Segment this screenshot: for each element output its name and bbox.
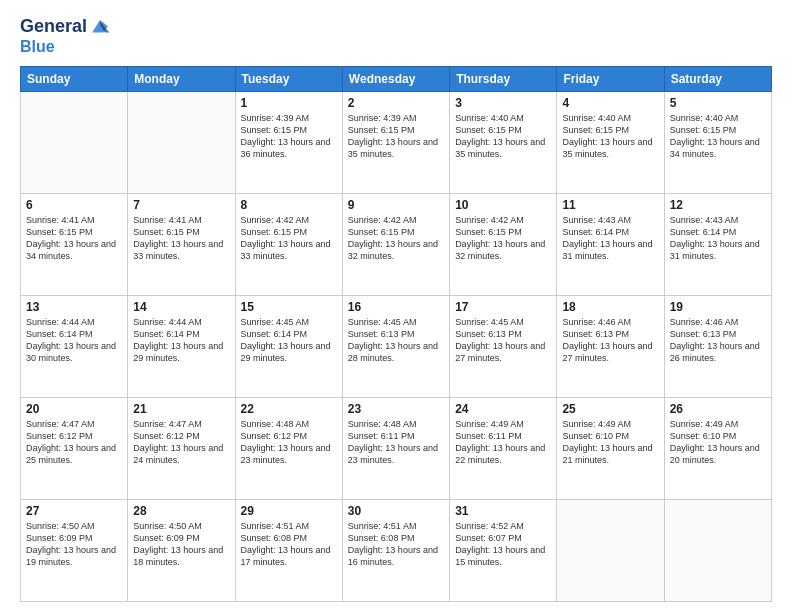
day-info: Sunrise: 4:46 AM Sunset: 6:13 PM Dayligh… xyxy=(670,316,766,365)
day-info: Sunrise: 4:41 AM Sunset: 6:15 PM Dayligh… xyxy=(133,214,229,263)
calendar-cell: 23Sunrise: 4:48 AM Sunset: 6:11 PM Dayli… xyxy=(342,397,449,499)
day-info: Sunrise: 4:48 AM Sunset: 6:12 PM Dayligh… xyxy=(241,418,337,467)
day-number: 24 xyxy=(455,402,551,416)
day-info: Sunrise: 4:46 AM Sunset: 6:13 PM Dayligh… xyxy=(562,316,658,365)
calendar-cell: 12Sunrise: 4:43 AM Sunset: 6:14 PM Dayli… xyxy=(664,193,771,295)
day-number: 25 xyxy=(562,402,658,416)
day-number: 29 xyxy=(241,504,337,518)
calendar-cell: 19Sunrise: 4:46 AM Sunset: 6:13 PM Dayli… xyxy=(664,295,771,397)
day-number: 20 xyxy=(26,402,122,416)
day-info: Sunrise: 4:50 AM Sunset: 6:09 PM Dayligh… xyxy=(26,520,122,569)
calendar-cell: 24Sunrise: 4:49 AM Sunset: 6:11 PM Dayli… xyxy=(450,397,557,499)
day-info: Sunrise: 4:42 AM Sunset: 6:15 PM Dayligh… xyxy=(455,214,551,263)
day-number: 31 xyxy=(455,504,551,518)
calendar-cell xyxy=(128,91,235,193)
calendar-cell: 10Sunrise: 4:42 AM Sunset: 6:15 PM Dayli… xyxy=(450,193,557,295)
day-number: 28 xyxy=(133,504,229,518)
calendar-cell: 17Sunrise: 4:45 AM Sunset: 6:13 PM Dayli… xyxy=(450,295,557,397)
calendar-table: SundayMondayTuesdayWednesdayThursdayFrid… xyxy=(20,66,772,602)
day-number: 26 xyxy=(670,402,766,416)
day-info: Sunrise: 4:43 AM Sunset: 6:14 PM Dayligh… xyxy=(670,214,766,263)
calendar-cell: 16Sunrise: 4:45 AM Sunset: 6:13 PM Dayli… xyxy=(342,295,449,397)
calendar-week-row: 27Sunrise: 4:50 AM Sunset: 6:09 PM Dayli… xyxy=(21,499,772,601)
day-info: Sunrise: 4:48 AM Sunset: 6:11 PM Dayligh… xyxy=(348,418,444,467)
day-info: Sunrise: 4:43 AM Sunset: 6:14 PM Dayligh… xyxy=(562,214,658,263)
day-number: 12 xyxy=(670,198,766,212)
page-header: General Blue xyxy=(20,16,772,56)
day-info: Sunrise: 4:51 AM Sunset: 6:08 PM Dayligh… xyxy=(348,520,444,569)
weekday-header: Monday xyxy=(128,66,235,91)
day-info: Sunrise: 4:44 AM Sunset: 6:14 PM Dayligh… xyxy=(26,316,122,365)
day-number: 11 xyxy=(562,198,658,212)
day-info: Sunrise: 4:42 AM Sunset: 6:15 PM Dayligh… xyxy=(241,214,337,263)
calendar-cell: 2Sunrise: 4:39 AM Sunset: 6:15 PM Daylig… xyxy=(342,91,449,193)
calendar-week-row: 6Sunrise: 4:41 AM Sunset: 6:15 PM Daylig… xyxy=(21,193,772,295)
calendar-cell xyxy=(664,499,771,601)
day-number: 16 xyxy=(348,300,444,314)
weekday-header: Saturday xyxy=(664,66,771,91)
weekday-header: Tuesday xyxy=(235,66,342,91)
day-number: 17 xyxy=(455,300,551,314)
weekday-header: Sunday xyxy=(21,66,128,91)
logo-text-general: General xyxy=(20,17,87,37)
day-number: 30 xyxy=(348,504,444,518)
day-info: Sunrise: 4:42 AM Sunset: 6:15 PM Dayligh… xyxy=(348,214,444,263)
logo-icon xyxy=(89,16,111,38)
day-number: 14 xyxy=(133,300,229,314)
calendar-cell: 9Sunrise: 4:42 AM Sunset: 6:15 PM Daylig… xyxy=(342,193,449,295)
calendar-cell: 15Sunrise: 4:45 AM Sunset: 6:14 PM Dayli… xyxy=(235,295,342,397)
calendar-cell: 5Sunrise: 4:40 AM Sunset: 6:15 PM Daylig… xyxy=(664,91,771,193)
day-number: 1 xyxy=(241,96,337,110)
calendar-cell: 29Sunrise: 4:51 AM Sunset: 6:08 PM Dayli… xyxy=(235,499,342,601)
day-info: Sunrise: 4:40 AM Sunset: 6:15 PM Dayligh… xyxy=(562,112,658,161)
day-info: Sunrise: 4:40 AM Sunset: 6:15 PM Dayligh… xyxy=(455,112,551,161)
day-number: 15 xyxy=(241,300,337,314)
day-number: 6 xyxy=(26,198,122,212)
day-info: Sunrise: 4:45 AM Sunset: 6:14 PM Dayligh… xyxy=(241,316,337,365)
calendar-header-row: SundayMondayTuesdayWednesdayThursdayFrid… xyxy=(21,66,772,91)
day-info: Sunrise: 4:39 AM Sunset: 6:15 PM Dayligh… xyxy=(241,112,337,161)
calendar-cell: 13Sunrise: 4:44 AM Sunset: 6:14 PM Dayli… xyxy=(21,295,128,397)
day-number: 2 xyxy=(348,96,444,110)
weekday-header: Wednesday xyxy=(342,66,449,91)
calendar-cell: 21Sunrise: 4:47 AM Sunset: 6:12 PM Dayli… xyxy=(128,397,235,499)
calendar-cell: 26Sunrise: 4:49 AM Sunset: 6:10 PM Dayli… xyxy=(664,397,771,499)
day-number: 9 xyxy=(348,198,444,212)
calendar-cell: 8Sunrise: 4:42 AM Sunset: 6:15 PM Daylig… xyxy=(235,193,342,295)
day-info: Sunrise: 4:49 AM Sunset: 6:10 PM Dayligh… xyxy=(562,418,658,467)
calendar-week-row: 13Sunrise: 4:44 AM Sunset: 6:14 PM Dayli… xyxy=(21,295,772,397)
calendar-cell xyxy=(557,499,664,601)
day-info: Sunrise: 4:44 AM Sunset: 6:14 PM Dayligh… xyxy=(133,316,229,365)
day-info: Sunrise: 4:39 AM Sunset: 6:15 PM Dayligh… xyxy=(348,112,444,161)
day-info: Sunrise: 4:50 AM Sunset: 6:09 PM Dayligh… xyxy=(133,520,229,569)
calendar-cell: 7Sunrise: 4:41 AM Sunset: 6:15 PM Daylig… xyxy=(128,193,235,295)
logo-text-blue: Blue xyxy=(20,38,55,56)
calendar-cell: 27Sunrise: 4:50 AM Sunset: 6:09 PM Dayli… xyxy=(21,499,128,601)
day-number: 5 xyxy=(670,96,766,110)
day-number: 13 xyxy=(26,300,122,314)
calendar-week-row: 1Sunrise: 4:39 AM Sunset: 6:15 PM Daylig… xyxy=(21,91,772,193)
calendar-cell: 20Sunrise: 4:47 AM Sunset: 6:12 PM Dayli… xyxy=(21,397,128,499)
day-info: Sunrise: 4:41 AM Sunset: 6:15 PM Dayligh… xyxy=(26,214,122,263)
calendar-cell xyxy=(21,91,128,193)
day-number: 23 xyxy=(348,402,444,416)
day-info: Sunrise: 4:47 AM Sunset: 6:12 PM Dayligh… xyxy=(26,418,122,467)
day-number: 7 xyxy=(133,198,229,212)
calendar-cell: 30Sunrise: 4:51 AM Sunset: 6:08 PM Dayli… xyxy=(342,499,449,601)
calendar-cell: 22Sunrise: 4:48 AM Sunset: 6:12 PM Dayli… xyxy=(235,397,342,499)
calendar-cell: 11Sunrise: 4:43 AM Sunset: 6:14 PM Dayli… xyxy=(557,193,664,295)
calendar-week-row: 20Sunrise: 4:47 AM Sunset: 6:12 PM Dayli… xyxy=(21,397,772,499)
calendar-cell: 4Sunrise: 4:40 AM Sunset: 6:15 PM Daylig… xyxy=(557,91,664,193)
day-info: Sunrise: 4:49 AM Sunset: 6:10 PM Dayligh… xyxy=(670,418,766,467)
calendar-cell: 18Sunrise: 4:46 AM Sunset: 6:13 PM Dayli… xyxy=(557,295,664,397)
day-number: 10 xyxy=(455,198,551,212)
day-number: 22 xyxy=(241,402,337,416)
weekday-header: Thursday xyxy=(450,66,557,91)
day-info: Sunrise: 4:51 AM Sunset: 6:08 PM Dayligh… xyxy=(241,520,337,569)
calendar-cell: 6Sunrise: 4:41 AM Sunset: 6:15 PM Daylig… xyxy=(21,193,128,295)
day-number: 3 xyxy=(455,96,551,110)
day-number: 8 xyxy=(241,198,337,212)
calendar-cell: 14Sunrise: 4:44 AM Sunset: 6:14 PM Dayli… xyxy=(128,295,235,397)
calendar-cell: 1Sunrise: 4:39 AM Sunset: 6:15 PM Daylig… xyxy=(235,91,342,193)
day-info: Sunrise: 4:40 AM Sunset: 6:15 PM Dayligh… xyxy=(670,112,766,161)
